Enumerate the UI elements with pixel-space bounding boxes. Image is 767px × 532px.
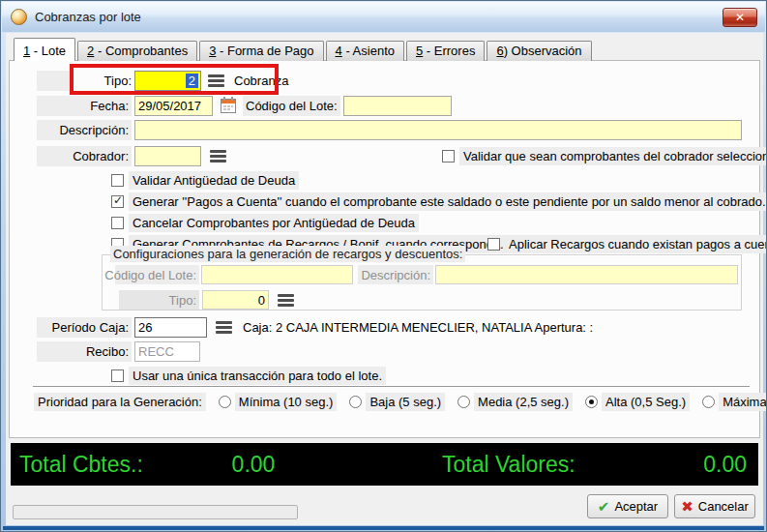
close-button[interactable]: ✕ [723, 8, 757, 27]
dialog-window: Cobranzas por lote ✕ 1 - Lote 2 - Compro… [0, 0, 767, 532]
checkbox-box[interactable] [487, 238, 500, 251]
tab-observacion[interactable]: 6) Observación [487, 41, 591, 61]
recargos-tipo-lookup-icon[interactable] [278, 294, 294, 307]
periodo-caja-lookup-icon[interactable] [216, 321, 232, 334]
tab-label: ) Observación [504, 44, 582, 58]
cobrador-lookup-icon[interactable] [210, 150, 226, 163]
recargos-descripcion-input[interactable] [435, 265, 738, 284]
accept-button[interactable]: ✔ Aceptar [587, 494, 668, 518]
checkbox-generar-pagos[interactable]: Generar ''Pagos a Cuenta'' cuando el com… [111, 193, 767, 210]
radio-minima[interactable]: Mínima (10 seg.) [219, 393, 338, 411]
radio-maxima[interactable]: Máxima [702, 393, 767, 411]
tab-page-lote: Tipo: 2 Cobranza Fecha: [9, 60, 760, 438]
checkbox-label: Generar ''Pagos a Cuenta'' cuando el com… [129, 192, 767, 211]
priority-row: Prioridad para la Generación: Mínima (10… [34, 392, 767, 411]
recargos-groupbox: Configuraciones para la generación de re… [102, 254, 742, 310]
checkbox-label: Validar que sean comprobantes del cobrad… [459, 147, 767, 165]
tab-lote[interactable]: 1 - Lote [14, 38, 75, 61]
codigo-lote-label: Código del Lote: [243, 96, 340, 116]
recibo-row: Recibo: [37, 341, 200, 362]
check-icon: ✔ [598, 498, 610, 516]
checkbox-box[interactable] [111, 369, 124, 382]
periodo-caja-input[interactable] [134, 317, 207, 338]
tab-bar: 1 - Lote 2 - Comprobantes 3 - Forma de P… [14, 38, 594, 61]
total-valores-label: Total Valores: [442, 452, 575, 478]
recargos-codigo-lote-input[interactable] [201, 265, 353, 284]
fecha-row: Fecha: Código del Lote: [37, 96, 452, 116]
recibo-label: Recibo: [37, 341, 132, 362]
total-cbtes-value: 0.00 [200, 452, 307, 478]
radio-baja[interactable]: Baja (5 seg.) [349, 393, 445, 411]
total-valores-value: 0.00 [703, 452, 747, 478]
codigo-lote-input[interactable] [343, 96, 452, 116]
periodo-caja-label: Período Caja: [37, 317, 132, 338]
checkbox-box[interactable] [111, 195, 124, 208]
recibo-input [134, 341, 200, 362]
descripcion-row: Descripción: [37, 120, 742, 140]
recargos-groupbox-title: Configuraciones para la generación de re… [110, 246, 465, 262]
descripcion-label: Descripción: [37, 120, 132, 140]
totals-panel: Total Cbtes.: 0.00 Total Valores: 0.00 [11, 443, 758, 486]
radio-label: Media (2,5 seg.) [474, 393, 573, 411]
radio-media[interactable]: Media (2,5 seg.) [457, 393, 573, 411]
title-bar[interactable]: Cobranzas por lote [2, 2, 765, 32]
tab-label: - Errores [423, 44, 475, 58]
radio-circle[interactable] [585, 396, 598, 408]
checkbox-cancelar-comprobantes[interactable]: Cancelar Comprobantes por Antigüedad de … [111, 215, 419, 231]
checkbox-label: Validar Antigüedad de Deuda [129, 171, 299, 190]
cancel-button[interactable]: ✖ Cancelar [674, 494, 755, 518]
periodo-caja-row: Período Caja: Caja: 2 CAJA INTERMEDIA ME… [37, 317, 593, 338]
recargos-tipo-input[interactable] [202, 290, 269, 310]
tab-errores[interactable]: 5 - Errores [406, 41, 485, 61]
app-icon [11, 9, 27, 25]
checkbox-box[interactable] [111, 174, 124, 187]
checkbox-validar-cobrador[interactable]: Validar que sean comprobantes del cobrad… [442, 148, 767, 164]
checkbox-box[interactable] [111, 217, 124, 229]
recargos-row-2: Tipo: [119, 290, 294, 310]
radio-circle[interactable] [349, 396, 362, 408]
caja-info-text: Caja: 2 CAJA INTERMEDIA MENECLIER, NATAL… [243, 320, 593, 335]
radio-alta[interactable]: Alta (0,5 Seg.) [585, 393, 690, 411]
radio-label: Mínima (10 seg.) [235, 393, 338, 411]
checkbox-label: Cancelar Comprobantes por Antigüedad de … [129, 214, 419, 232]
radio-circle[interactable] [457, 396, 470, 408]
cobrador-label: Cobrador: [37, 146, 132, 166]
total-cbtes-label: Total Cbtes.: [19, 452, 143, 478]
recargos-codigo-lote-label: Código del Lote: [115, 265, 199, 284]
checkbox-aplicar-recargos[interactable]: Aplicar Recargos cuando existan pagos a … [487, 236, 767, 252]
radio-circle[interactable] [702, 396, 715, 408]
calendar-icon[interactable] [220, 96, 237, 117]
close-icon: ✕ [735, 11, 745, 24]
tab-comprobantes[interactable]: 2 - Comprobantes [77, 41, 197, 61]
checkbox-label: Aplicar Recargos cuando existan pagos a … [505, 235, 767, 253]
radio-label: Máxima [719, 393, 767, 411]
window-title: Cobranzas por lote [35, 10, 141, 24]
descripcion-input[interactable] [134, 120, 742, 140]
recargos-tipo-label: Tipo: [119, 290, 199, 310]
tab-hotkey: 6 [496, 44, 503, 58]
radio-label: Alta (0,5 Seg.) [602, 393, 690, 411]
tab-asiento[interactable]: 4 - Asiento [326, 41, 404, 61]
tab-forma-de-pago[interactable]: 3 - Forma de Pago [199, 41, 323, 61]
tab-label: - Lote [30, 44, 66, 58]
priority-label: Prioridad para la Generación: [34, 393, 206, 411]
annotation-highlight-rect [70, 64, 279, 95]
recargos-descripcion-label: Descripción: [358, 265, 433, 284]
progress-bar [13, 505, 298, 519]
tab-label: - Asiento [342, 44, 395, 58]
fecha-input[interactable] [134, 96, 213, 116]
tab-label: - Forma de Pago [216, 44, 313, 58]
checkbox-validar-antiguedad[interactable]: Validar Antigüedad de Deuda [111, 172, 299, 189]
checkbox-unica-transaccion[interactable]: Usar una única transacción para todo el … [111, 368, 386, 384]
checkbox-box[interactable] [442, 150, 455, 163]
cobrador-input[interactable] [134, 146, 201, 166]
accept-button-label: Aceptar [614, 499, 658, 514]
radio-label: Baja (5 seg.) [366, 393, 445, 411]
radio-circle[interactable] [219, 396, 231, 408]
cobrador-row: Cobrador: [37, 146, 226, 166]
tipo-label-strip [37, 71, 74, 91]
x-icon: ✖ [681, 498, 693, 516]
recargos-row-1: Código del Lote: Descripción: [115, 265, 738, 284]
checkbox-label: Usar una única transacción para todo el … [129, 367, 386, 385]
separator-line [33, 386, 750, 388]
